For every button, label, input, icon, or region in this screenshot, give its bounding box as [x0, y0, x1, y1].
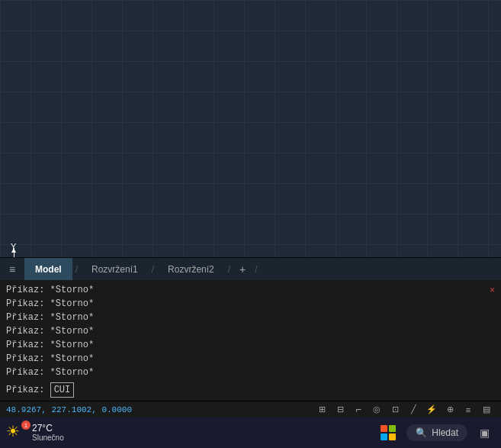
cmd-history-2: Příkaz: *Storno* — [6, 297, 495, 311]
weather-icon-wrap: ☀ 1 — [6, 422, 27, 443]
taskbar-end-icons: ▣ — [474, 422, 495, 443]
tab-layout2[interactable]: Rozvržení2 — [157, 258, 225, 281]
tab-menu-button[interactable]: ≡ — [0, 258, 24, 281]
coordinate-display: 48.9267, 227.1002, 0.0000 — [6, 405, 132, 414]
sun-icon: ☀ — [6, 423, 20, 440]
search-bar[interactable]: 🔍 Hledat — [406, 424, 467, 441]
object-track-button[interactable]: ╱ — [405, 403, 422, 417]
separator-3: / — [225, 264, 233, 275]
status-tools-group: ⊞ ⊟ ⌐ ◎ ⊡ ╱ ⚡ ⊕ ≡ ▤ — [313, 403, 495, 417]
cmd-history-7: Příkaz: *Storno* — [6, 366, 495, 379]
status-bar: 48.9267, 227.1002, 0.0000 ⊞ ⊟ ⌐ ◎ ⊡ ╱ ⚡ … — [0, 401, 501, 417]
snap-grid-button[interactable]: ⊞ — [313, 403, 330, 417]
win-logo-cell-4 — [389, 433, 396, 440]
ortho-button[interactable]: ⌐ — [350, 403, 367, 417]
windows-logo — [381, 425, 396, 440]
weather-info: 27°C Slunečno — [32, 423, 64, 443]
tab-model[interactable]: Model — [24, 258, 72, 281]
win-logo-cell-2 — [389, 425, 396, 432]
weather-widget[interactable]: ☀ 1 27°C Slunečno — [6, 422, 64, 443]
properties-button[interactable]: ≡ — [460, 403, 477, 417]
weather-condition: Slunečno — [32, 433, 64, 443]
command-input-cui[interactable]: CUI — [50, 382, 75, 398]
cmd-history-5: Příkaz: *Storno* — [6, 338, 495, 352]
weather-temperature: 27°C — [32, 423, 64, 433]
win-logo-cell-3 — [381, 433, 387, 440]
add-layout-button[interactable]: + — [233, 263, 252, 276]
dynamic-input-button[interactable]: ⚡ — [423, 403, 440, 417]
lineweight-button[interactable]: ⊕ — [442, 403, 458, 417]
workspace-button[interactable]: ▤ — [478, 403, 495, 417]
taskbar-end-button[interactable]: ▣ — [474, 422, 495, 443]
object-snap-button[interactable]: ⊡ — [387, 403, 403, 417]
command-prompt-label: Příkaz: — [6, 383, 44, 397]
tab-bar: ≡ Model / Rozvržení1 / Rozvržení2 / + / — [0, 257, 501, 280]
search-icon: 🔍 — [416, 427, 427, 438]
cmd-history-6: Příkaz: *Storno* — [6, 352, 495, 366]
cmd-history-3: Příkaz: *Storno* — [6, 311, 495, 324]
command-prompt-line[interactable]: Příkaz: CUI — [6, 382, 495, 398]
command-close-button[interactable]: × — [490, 285, 495, 295]
separator-2: / — [149, 264, 157, 275]
win-logo-cell-1 — [381, 425, 387, 432]
drawing-canvas[interactable]: Y X — [0, 0, 501, 257]
taskbar: ☀ 1 27°C Slunečno 🔍 Hledat ▣ — [0, 417, 501, 448]
windows-start-button[interactable] — [376, 421, 400, 445]
command-area: × Příkaz: *Storno* Příkaz: *Storno* Přík… — [0, 280, 501, 401]
search-label: Hledat — [432, 427, 458, 438]
cmd-history-1: Příkaz: *Storno* — [6, 283, 495, 297]
cmd-history-4: Příkaz: *Storno* — [6, 324, 495, 338]
snap-mode-button[interactable]: ⊟ — [332, 403, 348, 417]
separator-1: / — [72, 264, 81, 275]
separator-4: / — [252, 264, 260, 275]
y-axis-arrow — [14, 248, 14, 257]
polar-button[interactable]: ◎ — [368, 403, 385, 417]
tab-layout1[interactable]: Rozvržení1 — [81, 258, 149, 281]
weather-notification-badge: 1 — [21, 421, 31, 430]
